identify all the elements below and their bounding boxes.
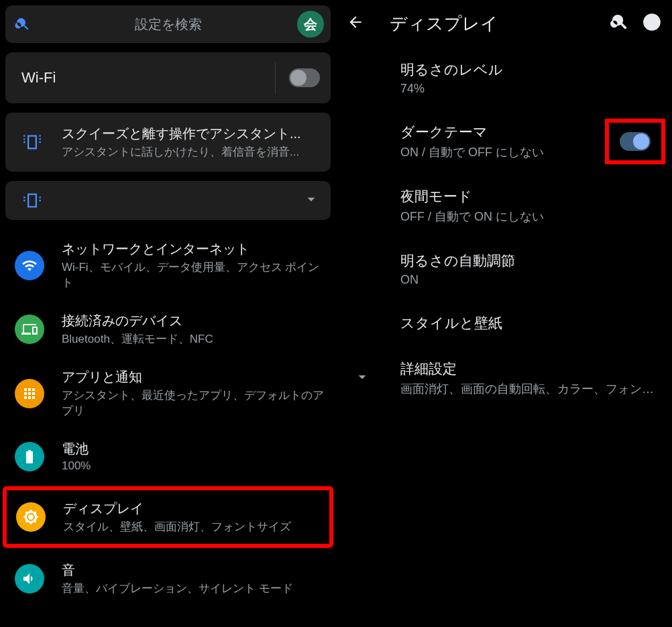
vibrate-card[interactable]	[5, 181, 331, 220]
advanced-item[interactable]: 詳細設定 画面消灯、画面の自動回転、カラー、フォント...	[336, 346, 672, 410]
highlight-dark-theme-toggle	[605, 119, 665, 164]
squeeze-icon	[16, 126, 48, 158]
brightness-level-item[interactable]: 明るさのレベル 74%	[336, 47, 672, 109]
item-title: 明るさのレベル	[400, 60, 661, 79]
devices-icon	[15, 315, 44, 344]
squeeze-card[interactable]: スクイーズと離す操作でアシスタント... アシスタントに話しかけたり、着信音を消…	[5, 113, 331, 172]
page-title: ディスプレイ	[390, 12, 597, 36]
svg-point-1	[651, 25, 653, 27]
apps-icon	[15, 379, 44, 408]
settings-item-connected[interactable]: 接続済みのデバイス Bluetooth、運転モード、NFC	[5, 301, 331, 357]
display-header: ディスプレイ	[336, 0, 672, 47]
highlight-display-item: ディスプレイ スタイル、壁紙、画面消灯、フォントサイズ	[3, 486, 333, 548]
settings-item-network[interactable]: ネットワークとインターネット Wi-Fi、モバイル、データ使用量、アクセス ポイ…	[5, 229, 331, 301]
item-sub: スタイル、壁紙、画面消灯、フォントサイズ	[63, 519, 323, 534]
squeeze-sub: アシスタントに話しかけたり、着信音を消音...	[62, 144, 320, 160]
item-sub: 100%	[62, 459, 324, 473]
display-settings-panel: ディスプレイ 明るさのレベル 74% ダークテーマ ON / 自動で OFF に…	[336, 0, 672, 627]
item-sub: Bluetooth、運転モード、NFC	[62, 331, 324, 347]
item-title: 電池	[62, 440, 324, 458]
settings-search-bar[interactable]: 設定を検索 会	[5, 5, 331, 43]
settings-main-panel: 設定を検索 会 Wi-Fi スクイーズと離す操作でアシスタント... アシスタン…	[0, 0, 336, 627]
divider	[275, 62, 276, 94]
squeeze-title: スクイーズと離す操作でアシスタント...	[62, 125, 320, 143]
dark-theme-toggle[interactable]	[620, 132, 651, 151]
wifi-label: Wi-Fi	[21, 69, 56, 87]
vibrate-icon	[16, 184, 48, 217]
item-title: ネットワークとインターネット	[62, 240, 324, 258]
wifi-toggle[interactable]	[289, 68, 320, 87]
brightness-icon	[16, 502, 46, 532]
item-title: アプリと通知	[62, 368, 324, 386]
item-title: 接続済みのデバイス	[62, 312, 324, 330]
item-sub: 音量、バイブレーション、サイレント モード	[62, 581, 324, 596]
item-sub: Wi-Fi、モバイル、データ使用量、アクセス ポイント	[62, 260, 324, 290]
wifi-card[interactable]: Wi-Fi	[5, 52, 331, 103]
battery-icon	[15, 442, 44, 471]
item-sub: 74%	[400, 82, 661, 96]
item-sub: ON	[400, 273, 661, 287]
wifi-icon	[15, 251, 44, 280]
volume-icon	[15, 564, 44, 593]
voice-search-button[interactable]: 会	[297, 11, 324, 38]
item-title: スタイルと壁紙	[400, 314, 661, 333]
item-title: 夜間モード	[400, 187, 661, 206]
settings-item-battery[interactable]: 電池 100%	[5, 429, 331, 483]
item-title: 詳細設定	[400, 359, 661, 378]
settings-item-apps[interactable]: アプリと通知 アシスタント、最近使ったアプリ、デフォルトのアプリ	[5, 357, 331, 429]
auto-brightness-item[interactable]: 明るさの自動調節 ON	[336, 238, 672, 300]
settings-item-sound[interactable]: 音 音量、バイブレーション、サイレント モード	[5, 551, 331, 607]
search-icon	[15, 16, 31, 32]
chevron-down-icon	[302, 190, 320, 211]
search-placeholder: 設定を検索	[39, 15, 297, 34]
settings-item-display[interactable]: ディスプレイ スタイル、壁紙、画面消灯、フォントサイズ	[7, 490, 329, 544]
item-sub: OFF / 自動で ON にしない	[400, 209, 661, 225]
dark-theme-item[interactable]: ダークテーマ ON / 自動で OFF にしない	[336, 109, 672, 174]
item-title: ディスプレイ	[63, 500, 323, 518]
style-wallpaper-item[interactable]: スタイルと壁紙	[336, 300, 672, 346]
chevron-down-icon	[353, 368, 371, 388]
item-title: 明るさの自動調節	[400, 251, 661, 270]
item-sub: 画面消灯、画面の自動回転、カラー、フォント...	[400, 381, 661, 397]
help-button[interactable]	[642, 13, 661, 34]
search-button[interactable]	[610, 13, 629, 34]
night-mode-item[interactable]: 夜間モード OFF / 自動で ON にしない	[336, 174, 672, 238]
item-sub: アシスタント、最近使ったアプリ、デフォルトのアプリ	[62, 388, 324, 418]
back-button[interactable]	[347, 13, 364, 34]
item-title: 音	[62, 561, 324, 579]
